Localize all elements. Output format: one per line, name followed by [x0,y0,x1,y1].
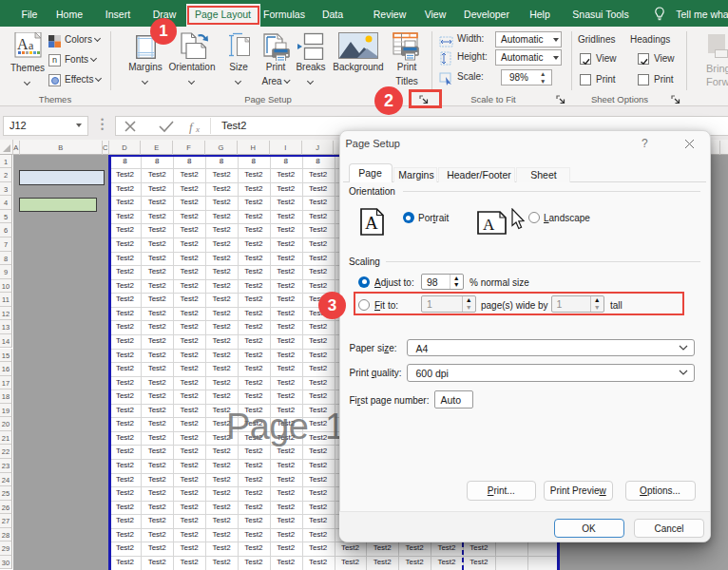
svg-text:A: A [483,216,495,234]
svg-text:a: a [29,39,34,52]
svg-text:x: x [195,124,200,134]
svg-text:f: f [189,120,195,134]
svg-text:A: A [17,36,29,52]
svg-text:A: A [365,213,378,233]
